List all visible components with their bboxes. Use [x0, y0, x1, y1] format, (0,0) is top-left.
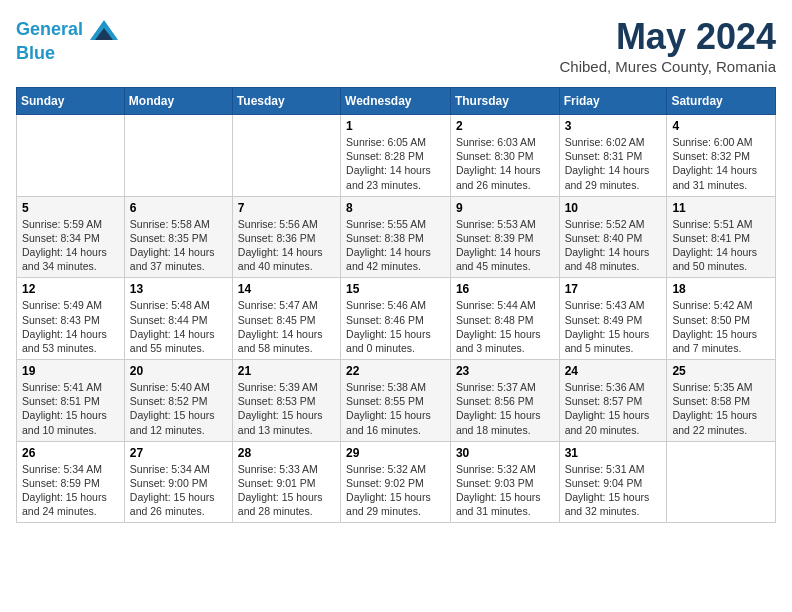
day-cell: 21Sunrise: 5:39 AMSunset: 8:53 PMDayligh…: [232, 360, 340, 442]
day-cell: 4Sunrise: 6:00 AMSunset: 8:32 PMDaylight…: [667, 115, 776, 197]
day-cell: 10Sunrise: 5:52 AMSunset: 8:40 PMDayligh…: [559, 196, 667, 278]
day-info: Sunrise: 5:55 AMSunset: 8:38 PMDaylight:…: [346, 217, 445, 274]
day-cell: 25Sunrise: 5:35 AMSunset: 8:58 PMDayligh…: [667, 360, 776, 442]
logo-icon: [90, 16, 118, 44]
day-number: 17: [565, 282, 662, 296]
day-info: Sunrise: 5:34 AMSunset: 8:59 PMDaylight:…: [22, 462, 119, 519]
day-number: 13: [130, 282, 227, 296]
day-cell: 14Sunrise: 5:47 AMSunset: 8:45 PMDayligh…: [232, 278, 340, 360]
day-number: 18: [672, 282, 770, 296]
header-row: SundayMondayTuesdayWednesdayThursdayFrid…: [17, 88, 776, 115]
day-cell: 9Sunrise: 5:53 AMSunset: 8:39 PMDaylight…: [450, 196, 559, 278]
day-cell: [124, 115, 232, 197]
day-number: 23: [456, 364, 554, 378]
day-info: Sunrise: 5:58 AMSunset: 8:35 PMDaylight:…: [130, 217, 227, 274]
day-number: 12: [22, 282, 119, 296]
day-cell: 26Sunrise: 5:34 AMSunset: 8:59 PMDayligh…: [17, 441, 125, 523]
day-number: 2: [456, 119, 554, 133]
day-info: Sunrise: 5:43 AMSunset: 8:49 PMDaylight:…: [565, 298, 662, 355]
day-info: Sunrise: 5:59 AMSunset: 8:34 PMDaylight:…: [22, 217, 119, 274]
day-number: 21: [238, 364, 335, 378]
day-number: 29: [346, 446, 445, 460]
day-number: 10: [565, 201, 662, 215]
day-cell: 30Sunrise: 5:32 AMSunset: 9:03 PMDayligh…: [450, 441, 559, 523]
day-number: 19: [22, 364, 119, 378]
day-info: Sunrise: 6:03 AMSunset: 8:30 PMDaylight:…: [456, 135, 554, 192]
day-number: 24: [565, 364, 662, 378]
day-cell: 18Sunrise: 5:42 AMSunset: 8:50 PMDayligh…: [667, 278, 776, 360]
day-number: 14: [238, 282, 335, 296]
header-cell-wednesday: Wednesday: [341, 88, 451, 115]
week-row-4: 19Sunrise: 5:41 AMSunset: 8:51 PMDayligh…: [17, 360, 776, 442]
day-cell: [232, 115, 340, 197]
calendar-table: SundayMondayTuesdayWednesdayThursdayFrid…: [16, 87, 776, 523]
day-info: Sunrise: 5:48 AMSunset: 8:44 PMDaylight:…: [130, 298, 227, 355]
day-number: 20: [130, 364, 227, 378]
header-cell-sunday: Sunday: [17, 88, 125, 115]
day-info: Sunrise: 5:49 AMSunset: 8:43 PMDaylight:…: [22, 298, 119, 355]
header-cell-thursday: Thursday: [450, 88, 559, 115]
day-cell: 6Sunrise: 5:58 AMSunset: 8:35 PMDaylight…: [124, 196, 232, 278]
day-number: 1: [346, 119, 445, 133]
week-row-3: 12Sunrise: 5:49 AMSunset: 8:43 PMDayligh…: [17, 278, 776, 360]
day-number: 15: [346, 282, 445, 296]
day-cell: 24Sunrise: 5:36 AMSunset: 8:57 PMDayligh…: [559, 360, 667, 442]
day-cell: [667, 441, 776, 523]
day-number: 31: [565, 446, 662, 460]
day-number: 16: [456, 282, 554, 296]
day-cell: 15Sunrise: 5:46 AMSunset: 8:46 PMDayligh…: [341, 278, 451, 360]
day-cell: 16Sunrise: 5:44 AMSunset: 8:48 PMDayligh…: [450, 278, 559, 360]
day-cell: 22Sunrise: 5:38 AMSunset: 8:55 PMDayligh…: [341, 360, 451, 442]
day-info: Sunrise: 6:05 AMSunset: 8:28 PMDaylight:…: [346, 135, 445, 192]
day-cell: 3Sunrise: 6:02 AMSunset: 8:31 PMDaylight…: [559, 115, 667, 197]
day-info: Sunrise: 5:31 AMSunset: 9:04 PMDaylight:…: [565, 462, 662, 519]
day-cell: 28Sunrise: 5:33 AMSunset: 9:01 PMDayligh…: [232, 441, 340, 523]
day-info: Sunrise: 5:37 AMSunset: 8:56 PMDaylight:…: [456, 380, 554, 437]
day-info: Sunrise: 5:42 AMSunset: 8:50 PMDaylight:…: [672, 298, 770, 355]
day-number: 30: [456, 446, 554, 460]
day-number: 11: [672, 201, 770, 215]
day-number: 7: [238, 201, 335, 215]
day-number: 26: [22, 446, 119, 460]
day-cell: 23Sunrise: 5:37 AMSunset: 8:56 PMDayligh…: [450, 360, 559, 442]
day-info: Sunrise: 5:39 AMSunset: 8:53 PMDaylight:…: [238, 380, 335, 437]
day-number: 4: [672, 119, 770, 133]
day-cell: 2Sunrise: 6:03 AMSunset: 8:30 PMDaylight…: [450, 115, 559, 197]
day-info: Sunrise: 5:46 AMSunset: 8:46 PMDaylight:…: [346, 298, 445, 355]
day-number: 28: [238, 446, 335, 460]
logo-line2-text: Blue: [16, 44, 118, 64]
month-title: May 2024: [560, 16, 777, 58]
week-row-5: 26Sunrise: 5:34 AMSunset: 8:59 PMDayligh…: [17, 441, 776, 523]
logo-text: General: [16, 16, 118, 44]
day-info: Sunrise: 5:36 AMSunset: 8:57 PMDaylight:…: [565, 380, 662, 437]
day-info: Sunrise: 5:34 AMSunset: 9:00 PMDaylight:…: [130, 462, 227, 519]
day-info: Sunrise: 5:44 AMSunset: 8:48 PMDaylight:…: [456, 298, 554, 355]
page-header: General Blue May 2024 Chibed, Mures Coun…: [16, 16, 776, 75]
calendar-body: 1Sunrise: 6:05 AMSunset: 8:28 PMDaylight…: [17, 115, 776, 523]
title-block: May 2024 Chibed, Mures County, Romania: [560, 16, 777, 75]
day-info: Sunrise: 5:38 AMSunset: 8:55 PMDaylight:…: [346, 380, 445, 437]
day-number: 3: [565, 119, 662, 133]
calendar-header: SundayMondayTuesdayWednesdayThursdayFrid…: [17, 88, 776, 115]
logo-line1: General: [16, 19, 83, 39]
logo: General Blue: [16, 16, 118, 64]
day-info: Sunrise: 6:02 AMSunset: 8:31 PMDaylight:…: [565, 135, 662, 192]
day-info: Sunrise: 5:51 AMSunset: 8:41 PMDaylight:…: [672, 217, 770, 274]
week-row-1: 1Sunrise: 6:05 AMSunset: 8:28 PMDaylight…: [17, 115, 776, 197]
day-info: Sunrise: 5:35 AMSunset: 8:58 PMDaylight:…: [672, 380, 770, 437]
day-number: 22: [346, 364, 445, 378]
day-info: Sunrise: 5:32 AMSunset: 9:03 PMDaylight:…: [456, 462, 554, 519]
day-number: 5: [22, 201, 119, 215]
day-cell: 8Sunrise: 5:55 AMSunset: 8:38 PMDaylight…: [341, 196, 451, 278]
day-info: Sunrise: 5:40 AMSunset: 8:52 PMDaylight:…: [130, 380, 227, 437]
day-cell: 13Sunrise: 5:48 AMSunset: 8:44 PMDayligh…: [124, 278, 232, 360]
header-cell-saturday: Saturday: [667, 88, 776, 115]
subtitle: Chibed, Mures County, Romania: [560, 58, 777, 75]
day-number: 27: [130, 446, 227, 460]
day-info: Sunrise: 5:56 AMSunset: 8:36 PMDaylight:…: [238, 217, 335, 274]
day-info: Sunrise: 5:33 AMSunset: 9:01 PMDaylight:…: [238, 462, 335, 519]
day-info: Sunrise: 6:00 AMSunset: 8:32 PMDaylight:…: [672, 135, 770, 192]
day-number: 9: [456, 201, 554, 215]
day-info: Sunrise: 5:52 AMSunset: 8:40 PMDaylight:…: [565, 217, 662, 274]
day-cell: 20Sunrise: 5:40 AMSunset: 8:52 PMDayligh…: [124, 360, 232, 442]
